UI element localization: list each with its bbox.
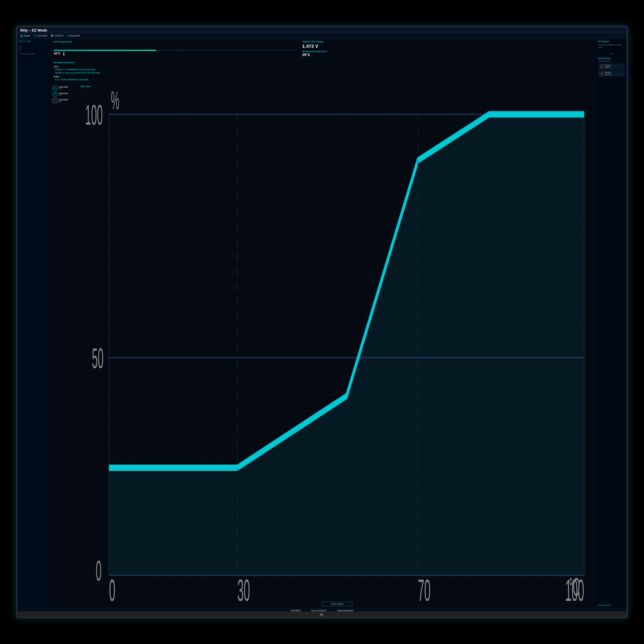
mb-temp-title: Motherboard Temperature xyxy=(302,50,594,53)
svg-marker-14 xyxy=(109,114,584,575)
svg-text:%: % xyxy=(111,89,119,115)
sata-device-1: SATA6G_7: ST1000DM003-9YN162 (1000.2GB) xyxy=(54,68,594,71)
separator-2: | xyxy=(331,609,332,612)
cpu-fan-chart-title: CPU FAN xyxy=(81,85,594,88)
search-label: Search(F9) xyxy=(37,35,47,37)
monitor-brand-bar: hp xyxy=(17,612,627,617)
temp-bar-container xyxy=(54,50,297,51)
qfan-control-button[interactable]: QFan Control xyxy=(322,602,352,606)
freq1-label: Hz xyxy=(19,46,21,48)
ez-system-title: EZ System xyxy=(598,40,625,43)
monitor-bezel: tility – EZ Mode 🌐 English ? Search(F9) … xyxy=(16,26,628,618)
aura-icon: ⚙️ xyxy=(51,34,53,37)
nvme-label: NVME: xyxy=(54,75,594,78)
ez-system-text: Click the ico profile for ir energy savi… xyxy=(598,44,625,49)
boot-menu-button[interactable]: ✻ Boot Menu(F xyxy=(598,604,625,606)
advanced-mode-button[interactable]: Advanced Mode(F xyxy=(337,609,354,612)
svg-point-20 xyxy=(601,73,602,74)
collapse-arrow[interactable]: < xyxy=(598,52,625,56)
boot-device-1[interactable]: WindowsTM8F6... xyxy=(598,63,625,70)
profile-section: 597 18-22-22-42-1.35V xyxy=(19,53,49,55)
sata-name-1: ST1000DM003-9YN162 (1000.2GB) xyxy=(65,69,95,71)
boot-device-name-1: WindowsTM8F6... xyxy=(605,65,611,68)
question-icon: ? xyxy=(34,34,36,37)
chart-area: 0 30 70 100 100 50 0 % xyxy=(81,89,594,601)
language-label: English xyxy=(24,35,30,37)
fan-icon-cha3: ⟳ xyxy=(53,92,57,97)
storage-section: Storage Information AHCI: SATA6G_7: ST10… xyxy=(51,59,596,84)
svg-text:0: 0 xyxy=(96,555,102,586)
boot-device-2[interactable]: WindowsSamsung... xyxy=(598,70,625,77)
mem-freq-2: Hz xyxy=(19,48,49,51)
cha3-fan-name: CHA3 FAN xyxy=(59,92,68,94)
boot-device-icon-1 xyxy=(600,65,604,69)
main-layout: BIOS Ver. 4408 r Hz Hz 597 18-22-22-42-1… xyxy=(17,38,627,608)
center-panel: CPU Temperature 42°C xyxy=(51,38,596,608)
boot-priority-text: Choose one and xyxy=(598,60,625,62)
page-title: tility – EZ Mode xyxy=(20,28,47,32)
cha1-fan-value: N/A xyxy=(59,88,68,90)
hp-logo-svg: hp xyxy=(319,613,325,616)
resize-icon: ⊞ xyxy=(67,35,68,37)
fan-icon-cha1: ⟳ xyxy=(53,86,57,90)
fan-item-cha3: ⟳ CHA3 FAN N/A xyxy=(53,92,76,97)
bios-version: BIOS Ver. 4408 xyxy=(19,40,49,43)
aura-label: AURA(F4) xyxy=(54,35,63,37)
fan-icon-aio: ◎ xyxy=(53,98,57,103)
boot-device-name-2: WindowsSamsung... xyxy=(605,72,612,75)
cha1-fan-name: CHA1 FAN xyxy=(59,86,68,88)
nav-language[interactable]: 🌐 English xyxy=(20,34,30,37)
svg-text:70: 70 xyxy=(418,573,431,601)
voltage-value: 1.472 V xyxy=(302,44,594,49)
cpu-temp-section: CPU Temperature 42°C xyxy=(51,38,300,59)
nvme-device-1: M.2_2: TEAM TM8FP6001T (1024.2GB) xyxy=(54,78,594,81)
cpu-temp-value: 42°C xyxy=(54,52,60,55)
monitor-screen: tility – EZ Mode 🌐 English ? Search(F9) … xyxy=(17,27,627,612)
nav-aura[interactable]: ⚙️ AURA(F4) xyxy=(51,34,63,37)
fan-list-section: ⟳ CHA1 FAN N/A ⟳ CHA3 FAN N/A xyxy=(51,84,78,608)
bios-info-section: BIOS Ver. 4408 r Hz Hz xyxy=(19,40,49,51)
boot-priority-title: Boot Priority xyxy=(598,57,625,60)
sata-device-2: SATA6G_8: Samsung SSD 850 EVO 1TB (1000.… xyxy=(54,71,594,74)
snowflake-icon: ✻ xyxy=(598,604,600,606)
nav-search[interactable]: ? Search(F9) xyxy=(34,34,47,37)
ahci-label: AHCI: xyxy=(54,65,594,68)
cpu-temp-title: CPU Temperature xyxy=(54,40,297,43)
sata-port-2: SATA6G_8 xyxy=(55,72,64,74)
fan-info-aio: AIO PUMP N/A xyxy=(59,99,68,103)
svg-text:50: 50 xyxy=(92,342,103,374)
temp-value-display: 42°C 🌡️ xyxy=(54,52,297,56)
mb-temp-value: 29°C xyxy=(302,53,594,57)
voltage-title: VDDCR CPU Voltage xyxy=(302,40,594,43)
aio-pump-value: N/A xyxy=(59,101,68,103)
fan-chart-svg: 0 30 70 100 100 50 0 % xyxy=(81,89,594,601)
fan-item-aio: ◎ AIO PUMP N/A xyxy=(53,98,76,103)
left-panel: BIOS Ver. 4408 r Hz Hz 597 18-22-22-42-1… xyxy=(17,38,51,608)
hp-logo: hp xyxy=(319,613,325,616)
freq2-label: Hz xyxy=(19,48,21,50)
globe-icon: 🌐 xyxy=(20,34,23,37)
thermometer-icon: 🌡️ xyxy=(62,52,66,56)
svg-text:°C: °C xyxy=(569,573,580,601)
cpu-temp-gauge: 42°C 🌡️ xyxy=(54,44,297,57)
bios-container: tility – EZ Mode 🌐 English ? Search(F9) … xyxy=(17,27,627,612)
cha3-fan-value: N/A xyxy=(59,94,68,96)
save-exit-button[interactable]: Save & Exit(F10) xyxy=(311,609,327,612)
right-panel: EZ System Click the ico profile for ir e… xyxy=(596,38,627,608)
fan-item-cha1: ⟳ CHA1 FAN N/A xyxy=(53,86,76,90)
resize-bar-label: Resize BAR xyxy=(69,35,80,37)
mem-freq-1: Hz xyxy=(19,45,49,48)
aio-pump-name: AIO PUMP xyxy=(59,99,68,101)
nav-resize-bar[interactable]: ⊞ Resize BAR xyxy=(67,35,80,37)
fan-info-cha1: CHA1 FAN N/A xyxy=(59,86,68,90)
temp-bar-fill xyxy=(54,50,156,51)
default-button[interactable]: Default(F5) xyxy=(290,609,301,612)
sata-name-2: Samsung SSD 850 EVO 1TB (1000.2GB) xyxy=(65,72,100,74)
nvme-port-1: M.2_2 xyxy=(55,79,60,81)
svg-text:30: 30 xyxy=(237,573,250,601)
top-nav: 🌐 English ? Search(F9) ⚙️ AURA(F4) ⊞ Res… xyxy=(17,33,627,38)
svg-text:100: 100 xyxy=(85,99,103,130)
profile-info: 597 18-22-22-42-1.35V xyxy=(19,53,49,55)
separator-1: | xyxy=(306,609,306,612)
sata-port-1: SATA6G_7 xyxy=(55,69,64,71)
